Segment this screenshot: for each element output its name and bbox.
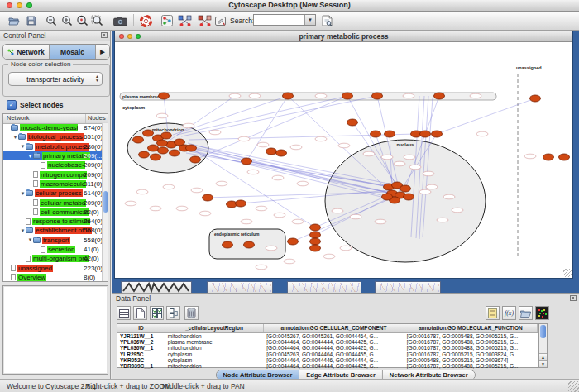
minimized-window-4[interactable] (375, 281, 441, 294)
select-nodes-checkbox[interactable]: ✓ (7, 100, 17, 110)
attribute-table-icon[interactable] (117, 306, 131, 320)
network-node[interactable] (310, 245, 321, 251)
delete-attribute-icon[interactable] (184, 306, 199, 320)
table-scrollbar-thumb[interactable] (540, 325, 546, 338)
network-node[interactable] (342, 93, 353, 99)
annotation-icon[interactable] (213, 13, 228, 28)
network-node[interactable] (161, 132, 172, 139)
more-tabs-arrow[interactable]: ▶ (96, 45, 109, 59)
table-row[interactable]: YJR121W__1mitochondrion[GO:0045267, GO:0… (117, 333, 538, 339)
float-data-panel-icon[interactable] (570, 295, 577, 301)
network-node[interactable] (382, 194, 393, 200)
tree-row[interactable]: nucleobase-209(0) (3, 160, 102, 170)
tree-row[interactable]: response to stimulu264(0) (3, 217, 102, 226)
network-node[interactable] (170, 150, 180, 156)
window-resize-grip[interactable] (563, 269, 572, 277)
network-node[interactable] (186, 145, 197, 151)
tree-scrollbar-thumb[interactable] (103, 191, 108, 213)
network-node[interactable] (266, 148, 277, 155)
tree-row[interactable]: cellular metabo209(0) (3, 198, 102, 207)
tab-network-attribute-browser[interactable]: Network Attribute Browser (383, 370, 475, 379)
tree-scrollbar[interactable] (102, 123, 108, 281)
network-node[interactable] (372, 93, 383, 99)
network-node[interactable] (559, 154, 570, 160)
tab-edge-attribute-browser[interactable]: Edge Attribute Browser (299, 370, 382, 379)
minimized-window-3[interactable] (287, 281, 361, 294)
network-node[interactable] (404, 194, 414, 200)
network-node[interactable] (244, 241, 255, 248)
network-node[interactable] (236, 200, 246, 207)
tree-row[interactable]: ▼transport558(0) (3, 236, 102, 245)
import-attributes-icon[interactable] (519, 306, 533, 320)
network-node[interactable] (203, 194, 213, 201)
network-node[interactable] (148, 145, 159, 151)
network-node[interactable] (190, 156, 201, 163)
resize-grip[interactable] (568, 381, 579, 392)
help-lifesaver-icon[interactable] (138, 13, 153, 28)
column-header[interactable]: annotation.GO MOLECULAR_FUNCTION (404, 324, 538, 332)
network-node[interactable] (310, 224, 321, 231)
tree-header-network[interactable]: Network (3, 114, 86, 123)
attribute-table[interactable]: ID_cellularLayoutRegionannotation.GO CEL… (117, 323, 538, 368)
network-node[interactable] (400, 185, 411, 192)
network-node[interactable] (434, 93, 445, 99)
network-node[interactable] (151, 154, 161, 160)
network-node[interactable] (143, 130, 154, 136)
table-row[interactable]: YDR039C__1mitochondrion[GO:0044464, GO:0… (117, 363, 538, 369)
network-node[interactable] (530, 95, 541, 102)
table-scrollbar[interactable]: ▲ ▼ (538, 323, 548, 368)
matrix-icon[interactable] (535, 306, 549, 320)
table-row[interactable]: YPL036W__2plasma membrane[GO:0044464, GO… (117, 339, 538, 345)
snapshot-camera-icon[interactable] (112, 13, 129, 28)
table-row[interactable]: YKR052Ccytoplasm[GO:0044464, GO:0044446,… (117, 357, 538, 363)
tree-row[interactable]: ▼cellular process614(0) (3, 189, 102, 198)
tree-row[interactable]: Overview8(0) (3, 273, 102, 281)
float-panel-icon[interactable] (101, 32, 108, 38)
search-dropdown-arrow[interactable]: ▼ (304, 15, 315, 25)
save-icon[interactable] (24, 13, 39, 28)
attribute-list-icon[interactable] (486, 306, 500, 320)
network-node[interactable] (276, 150, 287, 156)
zoom-selected-icon[interactable] (74, 13, 89, 28)
network-node[interactable] (310, 238, 321, 245)
network-node[interactable] (283, 93, 294, 99)
network-overview-icon[interactable] (160, 13, 175, 28)
unselect-attributes-icon[interactable] (166, 306, 180, 320)
column-header[interactable]: ID (117, 324, 165, 332)
minimized-window-1[interactable] (121, 281, 192, 294)
network-node[interactable] (157, 140, 168, 146)
table-row[interactable]: YLR295Ccytoplasm[GO:0045263, GO:0044464,… (117, 351, 538, 357)
network-node[interactable] (385, 131, 395, 137)
open-folder-icon[interactable] (7, 13, 22, 28)
birdseye-panel[interactable] (2, 285, 108, 375)
tree-row[interactable]: multi-organism pro42(0) (3, 254, 102, 263)
network-node[interactable] (159, 93, 170, 99)
tab-node-attribute-browser[interactable]: Node Attribute Browser (216, 370, 299, 379)
tree-header-nodes[interactable]: Nodes (86, 114, 108, 123)
tree-row[interactable]: macromolecule311(0) (3, 179, 102, 189)
tree-row[interactable]: ▼metabolic process280(0) (3, 142, 102, 151)
node-color-attribute-select[interactable]: transporter activity ▲▼ (8, 72, 103, 86)
network-node[interactable] (133, 136, 144, 143)
tree-row[interactable]: nitrogen compo209(0) (3, 170, 102, 179)
tree-row[interactable]: secretion41(0) (3, 245, 102, 254)
tree-row[interactable]: ▼biological_process651(0) (3, 132, 102, 141)
network-view-window[interactable]: primary metabolic process plasma membran… (115, 31, 572, 278)
network-node[interactable] (420, 131, 431, 137)
enhanced-search-icon[interactable] (319, 13, 334, 28)
network-node[interactable] (371, 131, 381, 137)
network-node[interactable] (223, 241, 233, 248)
new-attribute-icon[interactable] (133, 306, 147, 320)
tree-row[interactable]: cell communicat22(0) (3, 208, 102, 217)
scroll-down-arrow[interactable]: ▼ (539, 360, 547, 367)
tree-row[interactable]: unassigned223(0) (3, 263, 102, 272)
apply-vizmap-icon[interactable] (196, 13, 214, 28)
zoom-out-icon[interactable] (44, 13, 59, 28)
column-header[interactable]: _cellularLayoutRegion (165, 324, 265, 332)
network-node[interactable] (139, 151, 150, 158)
tab-network[interactable]: Network (3, 45, 50, 59)
network-node[interactable] (310, 232, 321, 238)
column-header[interactable]: annotation.GO CELLULAR_COMPONENT (264, 324, 404, 332)
zoom-in-icon[interactable] (60, 13, 74, 28)
table-row[interactable]: YPL036W__1mitochondrion[GO:0044464, GO:0… (117, 345, 538, 351)
